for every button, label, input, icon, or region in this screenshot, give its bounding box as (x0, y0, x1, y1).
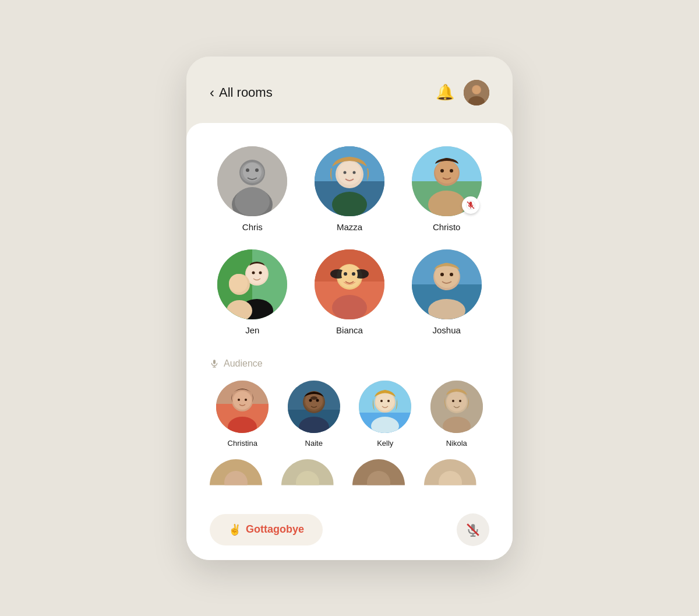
header-right: 🔔 (436, 80, 489, 105)
speaker-mazza[interactable]: Mazza (307, 146, 393, 232)
gottagobye-emoji: ✌️ (228, 523, 241, 536)
svg-point-48 (344, 272, 347, 276)
christina-avatar (216, 381, 269, 433)
nikola-avatar-wrapper (430, 381, 483, 433)
partial-row (210, 459, 489, 485)
speaker-christo[interactable]: Christo (404, 146, 489, 232)
speaker-chris[interactable]: Chris (210, 146, 295, 232)
back-arrow-icon: ‹ (210, 85, 214, 101)
user-avatar-header[interactable] (464, 80, 489, 105)
nikola-avatar-svg (430, 381, 483, 433)
partial-avatar-3 (352, 459, 405, 485)
svg-point-11 (255, 168, 259, 172)
audience-christina[interactable]: Christina (210, 381, 276, 448)
svg-point-56 (450, 273, 453, 276)
audience-label: Audience (210, 358, 489, 369)
mic-icon-audience (210, 359, 219, 368)
speaker-jen[interactable]: Jen (210, 249, 295, 335)
naite-avatar (288, 381, 340, 433)
svg-point-87 (452, 400, 454, 402)
svg-point-49 (352, 272, 355, 276)
svg-point-75 (310, 396, 317, 400)
svg-point-35 (252, 271, 255, 274)
svg-point-50 (332, 295, 367, 319)
svg-point-88 (459, 400, 461, 402)
christina-avatar-svg (216, 381, 269, 433)
bianca-name: Bianca (336, 325, 363, 335)
user-avatar-face (464, 80, 489, 105)
svg-point-81 (380, 400, 383, 402)
bell-icon[interactable]: 🔔 (436, 83, 454, 101)
naite-avatar-svg (288, 381, 340, 433)
mute-button[interactable] (457, 513, 489, 546)
partial-avatar-2-svg (281, 459, 334, 485)
kelly-name: Kelly (377, 439, 393, 448)
kelly-avatar (359, 381, 411, 433)
svg-point-64 (233, 391, 252, 410)
chris-avatar-svg (217, 146, 287, 216)
audience-nikola[interactable]: Nikola (424, 381, 490, 448)
all-rooms-label: All rooms (219, 85, 273, 100)
christina-avatar-wrapper (216, 381, 269, 433)
mazza-avatar (315, 146, 384, 216)
svg-point-74 (316, 399, 319, 402)
mute-badge-christo (462, 196, 479, 214)
mute-mic-icon (465, 522, 481, 537)
audience-grid: Christina (210, 381, 489, 448)
gottagobye-label: Gottagobye (246, 523, 304, 536)
chris-name: Chris (242, 222, 263, 232)
partial-avatar-4 (424, 459, 476, 485)
naite-avatar-wrapper (288, 381, 340, 433)
bianca-avatar (315, 249, 384, 319)
joshua-avatar-wrapper (412, 249, 482, 319)
svg-point-7 (243, 163, 262, 181)
jen-avatar-wrapper (217, 249, 287, 319)
partial-avatar-3-svg (352, 459, 405, 485)
bianca-avatar-wrapper (315, 249, 384, 319)
svg-point-55 (440, 273, 444, 276)
svg-point-19 (332, 192, 367, 216)
svg-point-82 (387, 400, 390, 402)
mute-icon-christo (465, 200, 476, 210)
partial-avatar-1 (210, 459, 262, 485)
jen-avatar (217, 249, 287, 319)
svg-point-73 (309, 399, 312, 402)
svg-point-23 (435, 160, 458, 184)
joshua-name: Joshua (432, 325, 460, 335)
svg-point-66 (245, 399, 247, 401)
nikola-avatar (430, 381, 483, 433)
back-button[interactable]: ‹ All rooms (210, 85, 273, 101)
svg-point-17 (343, 171, 346, 174)
joshua-avatar-svg (412, 249, 482, 319)
svg-point-65 (238, 399, 240, 401)
audience-text: Audience (224, 358, 263, 369)
jen-avatar-svg (217, 249, 287, 319)
audience-naite[interactable]: Naite (281, 381, 347, 448)
svg-point-38 (229, 274, 248, 293)
speaker-bianca[interactable]: Bianca (307, 249, 393, 335)
svg-point-25 (450, 169, 453, 173)
svg-point-10 (246, 168, 249, 172)
gottagobye-button[interactable]: ✌️ Gottagobye (210, 514, 323, 545)
phone-container: ‹ All rooms 🔔 (186, 57, 513, 560)
speakers-grid: Chris (210, 146, 489, 335)
kelly-avatar-svg (359, 381, 411, 433)
audience-section: Audience (210, 358, 489, 485)
svg-point-36 (259, 271, 262, 274)
christo-name: Christo (433, 222, 461, 232)
joshua-avatar (412, 249, 482, 319)
svg-point-3 (472, 86, 481, 94)
svg-point-9 (235, 187, 270, 216)
svg-point-24 (440, 169, 444, 173)
jen-name: Jen (245, 325, 259, 335)
kelly-avatar-wrapper (359, 381, 411, 433)
main-content: Chris (186, 123, 513, 560)
audience-kelly[interactable]: Kelly (352, 381, 418, 448)
christina-name: Christina (228, 439, 257, 448)
christo-avatar-wrapper (412, 146, 482, 216)
svg-point-18 (352, 171, 355, 174)
svg-rect-58 (213, 360, 216, 364)
chris-avatar (217, 146, 287, 216)
bianca-avatar-svg (315, 249, 384, 319)
speaker-joshua[interactable]: Joshua (404, 249, 489, 335)
